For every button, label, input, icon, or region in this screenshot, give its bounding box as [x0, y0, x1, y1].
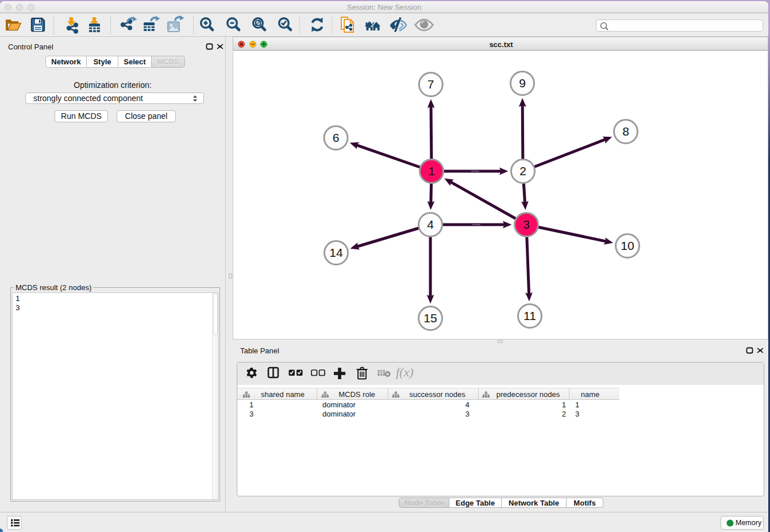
- svg-text:11: 11: [523, 309, 536, 322]
- svg-text:9: 9: [519, 76, 526, 90]
- svg-text:7: 7: [428, 78, 434, 91]
- svg-text:15: 15: [424, 311, 437, 325]
- svg-text:8: 8: [622, 125, 629, 138]
- svg-text:6: 6: [333, 131, 340, 144]
- svg-text:1: 1: [428, 164, 435, 178]
- svg-text:2: 2: [519, 164, 526, 178]
- svg-text:4: 4: [427, 218, 434, 231]
- svg-text:14: 14: [329, 246, 343, 259]
- svg-text:10: 10: [621, 239, 634, 252]
- svg-text:3: 3: [523, 218, 530, 231]
